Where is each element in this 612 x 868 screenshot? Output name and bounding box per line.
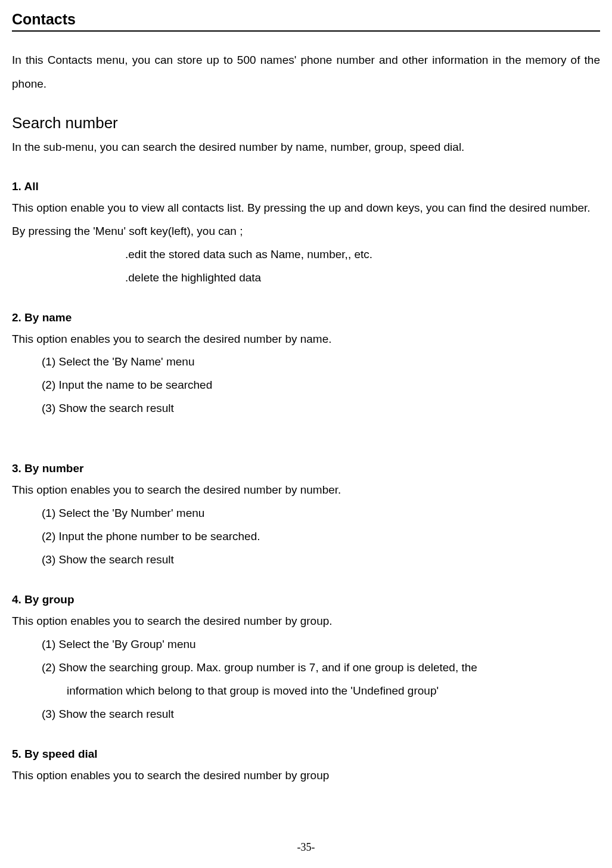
section-all: 1. All This option enable you to view al… <box>12 180 600 290</box>
section-all-p1: This option enable you to view all conta… <box>12 197 600 220</box>
section-by-group-step2a: (2) Show the searching group. Max. group… <box>12 656 600 680</box>
section-by-name-heading: 2. By name <box>12 311 600 324</box>
section-by-number: 3. By number This option enables you to … <box>12 462 600 572</box>
section-by-group: 4. By group This option enables you to s… <box>12 593 600 726</box>
section-by-number-p1: This option enables you to search the de… <box>12 479 600 502</box>
section-by-name-p1: This option enables you to search the de… <box>12 328 600 351</box>
section-by-number-step3: (3) Show the search result <box>12 548 600 572</box>
section-by-speed-dial-heading: 5. By speed dial <box>12 748 600 761</box>
section-by-name-step3: (3) Show the search result <box>12 397 600 420</box>
section-by-group-step3: (3) Show the search result <box>12 703 600 726</box>
section-all-bullet-edit: .edit the stored data such as Name, numb… <box>12 243 600 266</box>
section-by-group-heading: 4. By group <box>12 593 600 606</box>
section-by-number-step1: (1) Select the 'By Number' menu <box>12 502 600 525</box>
section-by-name-step1: (1) Select the 'By Name' menu <box>12 351 600 374</box>
section-all-p2: By pressing the 'Menu' soft key(left), y… <box>12 220 600 243</box>
page-number: -35- <box>0 841 612 854</box>
search-number-heading: Search number <box>12 114 600 132</box>
section-by-group-step1: (1) Select the 'By Group' menu <box>12 633 600 656</box>
section-by-group-p1: This option enables you to search the de… <box>12 610 600 633</box>
section-by-number-heading: 3. By number <box>12 462 600 475</box>
section-by-speed-dial-p1: This option enables you to search the de… <box>12 764 600 788</box>
section-by-name-step2: (2) Input the name to be searched <box>12 374 600 397</box>
page-title: Contacts <box>12 11 600 32</box>
section-all-bullet-delete: .delete the highlighted data <box>12 266 600 290</box>
search-number-intro: In the sub-menu, you can search the desi… <box>12 136 600 159</box>
section-by-speed-dial: 5. By speed dial This option enables you… <box>12 748 600 788</box>
section-by-name: 2. By name This option enables you to se… <box>12 311 600 421</box>
section-by-number-step2: (2) Input the phone number to be searche… <box>12 525 600 548</box>
section-all-heading: 1. All <box>12 180 600 193</box>
section-by-group-step2b: information which belong to that group i… <box>12 680 600 703</box>
intro-paragraph: In this Contacts menu, you can store up … <box>12 48 600 96</box>
